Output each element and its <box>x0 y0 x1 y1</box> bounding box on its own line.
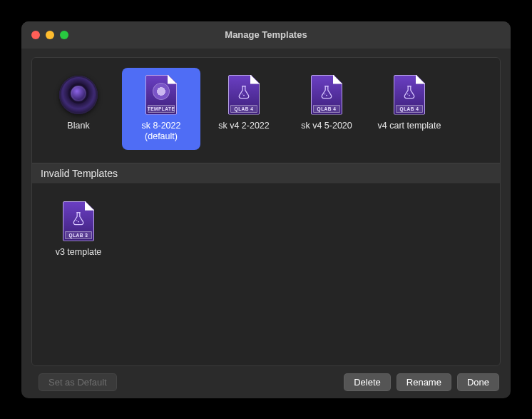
template-item[interactable]: TEMPLATEsk 8-2022 (default) <box>122 68 200 150</box>
set-as-default-button[interactable]: Set as Default <box>39 373 117 391</box>
svg-point-1 <box>242 94 242 94</box>
file-icon: QLAB 4 <box>228 75 260 115</box>
template-label: v3 template <box>56 247 102 258</box>
invalid-template-item[interactable]: QLAB 3v3 template <box>39 194 118 266</box>
template-icon: TEMPLATE <box>140 74 183 116</box>
svg-point-3 <box>324 94 325 94</box>
blank-app-icon <box>59 76 98 114</box>
template-item[interactable]: Blank <box>39 68 118 139</box>
svg-point-4 <box>409 95 410 96</box>
template-item[interactable]: QLAB 4sk v4 5-2020 <box>287 68 366 139</box>
svg-point-2 <box>326 95 327 96</box>
template-label: v4 cart template <box>378 121 441 132</box>
template-label: sk v4 2-2022 <box>218 121 270 132</box>
template-label: sk 8-2022 (default) <box>126 121 197 143</box>
titlebar: Manage Templates <box>21 21 511 49</box>
rename-button[interactable]: Rename <box>397 373 451 391</box>
template-label: Blank <box>67 121 89 132</box>
flask-icon <box>319 84 334 100</box>
template-icon: QLAB 4 <box>388 74 431 116</box>
templates-panel: BlankTEMPLATEsk 8-2022 (default)QLAB 4sk… <box>31 57 501 366</box>
file-icon: QLAB 4 <box>311 75 342 115</box>
content-area: BlankTEMPLATEsk 8-2022 (default)QLAB 4sk… <box>21 49 511 398</box>
window-title: Manage Templates <box>225 29 307 40</box>
zoom-window-button[interactable] <box>60 31 68 39</box>
template-icon: QLAB 4 <box>305 74 348 116</box>
template-label: sk v4 5-2020 <box>301 121 352 132</box>
file-tag: QLAB 4 <box>313 105 340 113</box>
file-tag: QLAB 3 <box>65 231 92 239</box>
disc-icon <box>153 83 170 100</box>
invalid-templates-grid: QLAB 3v3 template <box>32 184 500 278</box>
file-icon: QLAB 4 <box>394 75 425 115</box>
flask-icon <box>236 84 252 100</box>
svg-point-5 <box>407 94 408 94</box>
template-icon: QLAB 4 <box>222 74 265 116</box>
template-icon: QLAB 3 <box>57 200 100 243</box>
manage-templates-window: Manage Templates BlankTEMPLATEsk 8-2022 … <box>21 21 511 398</box>
file-tag: TEMPLATE <box>148 105 175 113</box>
done-button[interactable]: Done <box>457 373 499 391</box>
flask-icon <box>401 84 417 100</box>
file-icon: QLAB 3 <box>63 201 94 241</box>
close-window-button[interactable] <box>31 31 40 39</box>
template-item[interactable]: QLAB 4v4 cart template <box>370 68 449 139</box>
svg-point-7 <box>76 220 77 221</box>
file-tag: QLAB 4 <box>396 105 423 113</box>
file-icon: TEMPLATE <box>145 75 177 115</box>
file-tag: QLAB 4 <box>230 105 257 113</box>
template-icon <box>57 74 100 116</box>
svg-point-0 <box>243 95 245 96</box>
template-item[interactable]: QLAB 4sk v4 2-2022 <box>205 68 283 139</box>
svg-point-6 <box>78 221 79 223</box>
minimize-window-button[interactable] <box>46 31 54 39</box>
flask-icon <box>71 211 86 226</box>
invalid-templates-header: Invalid Templates <box>32 163 500 184</box>
delete-button[interactable]: Delete <box>344 373 391 391</box>
templates-grid: BlankTEMPLATEsk 8-2022 (default)QLAB 4sk… <box>32 58 500 163</box>
window-controls <box>31 31 68 39</box>
footer-buttons: Set as Default Delete Rename Done <box>31 373 501 391</box>
